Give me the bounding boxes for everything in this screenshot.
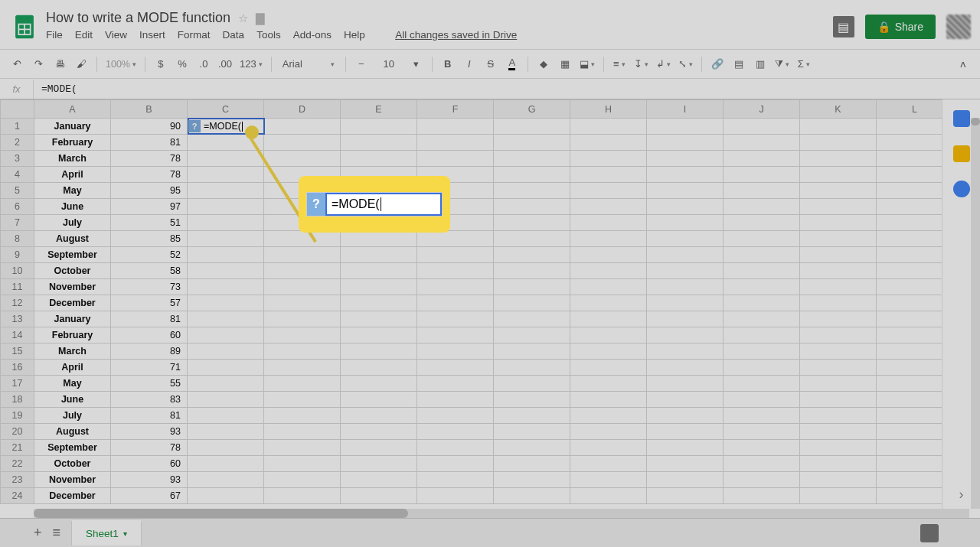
- menu-addons[interactable]: Add-ons: [293, 29, 332, 41]
- cell[interactable]: [417, 408, 494, 424]
- cell[interactable]: June: [34, 392, 111, 408]
- menu-edit[interactable]: Edit: [75, 29, 93, 41]
- cell[interactable]: [417, 263, 494, 279]
- cell[interactable]: [647, 199, 724, 215]
- more-formats[interactable]: 123: [237, 54, 265, 74]
- cell[interactable]: [417, 440, 494, 456]
- cell[interactable]: [570, 424, 647, 440]
- cell[interactable]: [877, 295, 942, 311]
- cell[interactable]: [494, 135, 570, 151]
- cell[interactable]: 55: [111, 376, 188, 392]
- cell[interactable]: 85: [111, 231, 188, 247]
- cell[interactable]: [570, 199, 647, 215]
- zoom-select[interactable]: 100%: [103, 54, 139, 74]
- cell[interactable]: [800, 344, 877, 360]
- cell[interactable]: [188, 183, 264, 199]
- cell[interactable]: [724, 456, 800, 472]
- cell[interactable]: [264, 231, 341, 247]
- cell[interactable]: [417, 151, 494, 167]
- row-header[interactable]: 11: [1, 279, 34, 295]
- cell[interactable]: [800, 440, 877, 456]
- cell[interactable]: [724, 327, 800, 344]
- cell[interactable]: [494, 488, 570, 504]
- cell[interactable]: [800, 424, 877, 440]
- cell[interactable]: [264, 408, 341, 424]
- horizontal-scrollbar[interactable]: [34, 509, 942, 518]
- formula-help-icon[interactable]: ?: [188, 120, 201, 132]
- cell[interactable]: [570, 488, 647, 504]
- comment-add-icon[interactable]: ▤: [730, 54, 748, 74]
- cell[interactable]: [341, 456, 417, 472]
- undo-icon[interactable]: ↶: [8, 54, 26, 74]
- cell[interactable]: [647, 408, 724, 424]
- cell[interactable]: [341, 327, 417, 344]
- cell[interactable]: [647, 215, 724, 231]
- cell[interactable]: [341, 408, 417, 424]
- cell[interactable]: [800, 488, 877, 504]
- col-header-j[interactable]: J: [724, 100, 800, 119]
- cell[interactable]: [570, 327, 647, 344]
- cell[interactable]: [494, 119, 570, 135]
- cell[interactable]: [417, 376, 494, 392]
- cell[interactable]: [647, 392, 724, 408]
- format-percent-icon[interactable]: %: [173, 54, 191, 74]
- cell[interactable]: [494, 279, 570, 295]
- cell[interactable]: [494, 392, 570, 408]
- borders-icon[interactable]: ▦: [556, 54, 574, 74]
- cell[interactable]: [494, 183, 570, 199]
- cell[interactable]: [264, 151, 341, 167]
- cell[interactable]: [417, 279, 494, 295]
- cell[interactable]: [570, 247, 647, 263]
- cell[interactable]: 83: [111, 392, 188, 408]
- cell[interactable]: [724, 119, 800, 135]
- cell[interactable]: [570, 360, 647, 376]
- col-header-e[interactable]: E: [341, 100, 417, 119]
- valign-icon[interactable]: ↧: [632, 54, 651, 74]
- cell[interactable]: [800, 327, 877, 344]
- cell[interactable]: [800, 231, 877, 247]
- cell[interactable]: [570, 231, 647, 247]
- cell[interactable]: 81: [111, 311, 188, 327]
- cell[interactable]: [417, 472, 494, 488]
- row-header[interactable]: 15: [1, 344, 34, 360]
- cell[interactable]: [724, 376, 800, 392]
- cell[interactable]: [724, 311, 800, 327]
- cell[interactable]: [647, 376, 724, 392]
- cell[interactable]: [417, 392, 494, 408]
- menu-format[interactable]: Format: [178, 29, 211, 41]
- cell[interactable]: [647, 119, 724, 135]
- cell[interactable]: [188, 424, 264, 440]
- cell[interactable]: [264, 376, 341, 392]
- link-icon[interactable]: 🔗: [708, 54, 727, 74]
- cell[interactable]: [877, 472, 942, 488]
- cell[interactable]: [800, 472, 877, 488]
- cell[interactable]: [341, 376, 417, 392]
- cell[interactable]: August: [34, 424, 111, 440]
- cell[interactable]: [724, 344, 800, 360]
- cell[interactable]: [494, 199, 570, 215]
- cell[interactable]: [724, 247, 800, 263]
- format-currency-icon[interactable]: $: [152, 54, 170, 74]
- cell[interactable]: [188, 279, 264, 295]
- cell[interactable]: March: [34, 344, 111, 360]
- menu-data[interactable]: Data: [223, 29, 245, 41]
- col-header-a[interactable]: A: [34, 100, 111, 119]
- cell[interactable]: [341, 151, 417, 167]
- cell[interactable]: 73: [111, 279, 188, 295]
- cell[interactable]: 51: [111, 215, 188, 231]
- row-header[interactable]: 14: [1, 327, 34, 344]
- cell[interactable]: [417, 456, 494, 472]
- cell[interactable]: [877, 199, 942, 215]
- cell[interactable]: January: [34, 311, 111, 327]
- cell[interactable]: July: [34, 215, 111, 231]
- cell[interactable]: [724, 263, 800, 279]
- row-header[interactable]: 6: [1, 199, 34, 215]
- cell[interactable]: [570, 344, 647, 360]
- cell[interactable]: [494, 456, 570, 472]
- calendar-icon[interactable]: [953, 110, 970, 127]
- cell[interactable]: [188, 247, 264, 263]
- cell[interactable]: [724, 488, 800, 504]
- cell[interactable]: 93: [111, 424, 188, 440]
- cell[interactable]: [800, 263, 877, 279]
- cell[interactable]: [494, 327, 570, 344]
